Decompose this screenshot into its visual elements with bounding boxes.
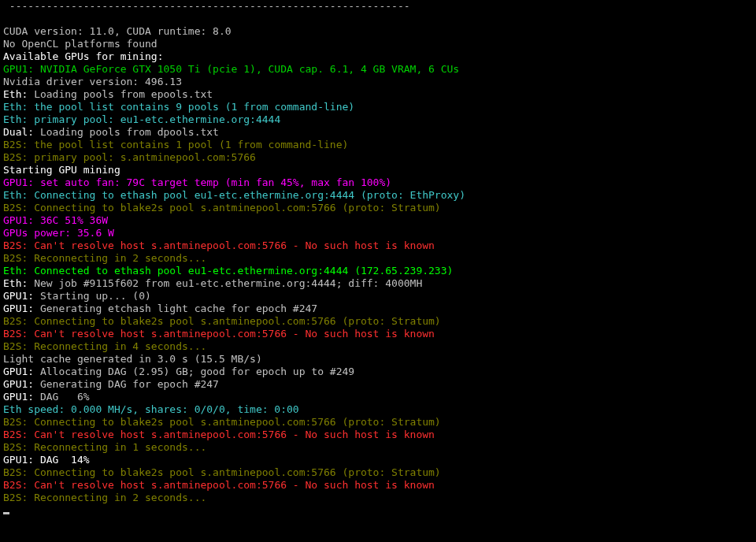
- b2s-reconnect: Reconnecting in 4 seconds...: [28, 340, 206, 352]
- no-opencl: No OpenCL platforms found: [3, 38, 158, 50]
- gpu1-label: GPU1:: [3, 391, 34, 403]
- b2s-connecting: Connecting to blake2s pool s.antminepool…: [28, 466, 440, 478]
- eth-pool-list: the pool list contains 9 pools (1 from c…: [28, 101, 354, 113]
- b2s-label: B2S:: [3, 441, 28, 453]
- eth-connected: Connected to ethash pool eu1-etc.ethermi…: [28, 265, 453, 277]
- gpu1-light-cache: Generating etchash light cache for epoch…: [34, 303, 317, 314]
- terminal-output: ----------------------------------------…: [0, 0, 756, 517]
- b2s-connecting: Connecting to blake2s pool s.antminepool…: [28, 315, 440, 327]
- gpu1-starting: Starting up... (0): [34, 290, 151, 302]
- b2s-label: B2S:: [3, 479, 28, 491]
- b2s-label: B2S:: [3, 429, 28, 440]
- b2s-label: B2S:: [3, 416, 28, 428]
- b2s-label: B2S:: [3, 139, 28, 150]
- b2s-label: B2S:: [3, 252, 28, 264]
- gpu1-label: GPU1:: [3, 366, 34, 377]
- gpu1-label: GPU1:: [3, 454, 34, 466]
- eth-load-pools: Loading pools from epools.txt: [28, 88, 213, 100]
- starting-mining: Starting GPU mining: [3, 164, 120, 176]
- b2s-label: B2S:: [3, 315, 28, 327]
- gpu1-label: GPU1:: [3, 290, 34, 302]
- eth-label: Eth:: [3, 88, 28, 100]
- b2s-error: Can't resolve host s.antminepool.com:576…: [28, 429, 435, 440]
- b2s-reconnect: Reconnecting in 2 seconds...: [28, 492, 206, 503]
- b2s-label: B2S:: [3, 492, 28, 503]
- eth-label: Eth:: [3, 265, 28, 277]
- gpu1-label: GPU1:: [3, 378, 34, 390]
- b2s-label: B2S:: [3, 202, 28, 213]
- eth-label: Eth:: [3, 277, 28, 289]
- gpus-power: GPUs power: 35.6 W: [3, 227, 114, 239]
- eth-connecting: Connecting to ethash pool eu1-etc.etherm…: [28, 189, 465, 201]
- eth-new-job: New job #9115f602 from eu1-etc.ethermine…: [28, 277, 422, 289]
- b2s-error: Can't resolve host s.antminepool.com:576…: [28, 239, 435, 251]
- dual-label: Dual:: [3, 126, 34, 138]
- dual-load-pools: Loading pools from dpools.txt: [34, 126, 219, 138]
- divider-line: ----------------------------------------…: [3, 0, 410, 12]
- b2s-label: B2S:: [3, 340, 28, 352]
- b2s-label: B2S:: [3, 328, 28, 340]
- b2s-label: B2S:: [3, 239, 28, 251]
- gpu1-alloc-dag: Allocating DAG (2.95) GB; good for epoch…: [34, 366, 354, 377]
- b2s-label: B2S:: [3, 151, 28, 163]
- b2s-connecting: Connecting to blake2s pool s.antminepool…: [28, 202, 440, 213]
- gpu1-dag-14: DAG 14%: [34, 454, 89, 466]
- b2s-reconnect: Reconnecting in 1 seconds...: [28, 441, 206, 453]
- b2s-primary-pool: primary pool: s.antminepool.com:5766: [28, 151, 256, 163]
- b2s-pool-list: the pool list contains 1 pool (1 from co…: [28, 139, 348, 150]
- gpu1-dag-6: DAG 6%: [34, 391, 89, 403]
- b2s-label: B2S:: [3, 466, 28, 478]
- gpu1-gen-dag: Generating DAG for epoch #247: [34, 378, 219, 390]
- gpu1-name: GPU1: NVIDIA GeForce GTX 1050 Ti (pcie 1…: [3, 63, 459, 75]
- light-cache-done: Light cache generated in 3.0 s (15.5 MB/…: [3, 353, 262, 365]
- eth-label: Eth:: [3, 189, 28, 201]
- b2s-error: Can't resolve host s.antminepool.com:576…: [28, 479, 435, 491]
- eth-speed: Eth speed: 0.000 MH/s, shares: 0/0/0, ti…: [3, 403, 299, 415]
- eth-primary-pool: primary pool: eu1-etc.ethermine.org:4444: [28, 113, 280, 125]
- b2s-error: Can't resolve host s.antminepool.com:576…: [28, 328, 435, 340]
- gpu1-fan: set auto fan: 79C target temp (min fan 4…: [34, 176, 391, 188]
- cuda-version: CUDA version: 11.0, CUDA runtime: 8.0: [3, 25, 232, 37]
- eth-label: Eth:: [3, 113, 28, 125]
- gpu1-label: GPU1:: [3, 176, 34, 188]
- gpu1-label: GPU1:: [3, 303, 34, 314]
- available-gpus-header: Available GPUs for mining:: [3, 50, 164, 62]
- gpu1-temp: GPU1: 36C 51% 36W: [3, 214, 108, 226]
- b2s-connecting: Connecting to blake2s pool s.antminepool…: [28, 416, 440, 428]
- b2s-reconnect: Reconnecting in 2 seconds...: [28, 252, 206, 264]
- cursor-icon: [3, 512, 9, 514]
- nvidia-driver: Nvidia driver version: 496.13: [3, 76, 182, 87]
- eth-label: Eth:: [3, 101, 28, 113]
